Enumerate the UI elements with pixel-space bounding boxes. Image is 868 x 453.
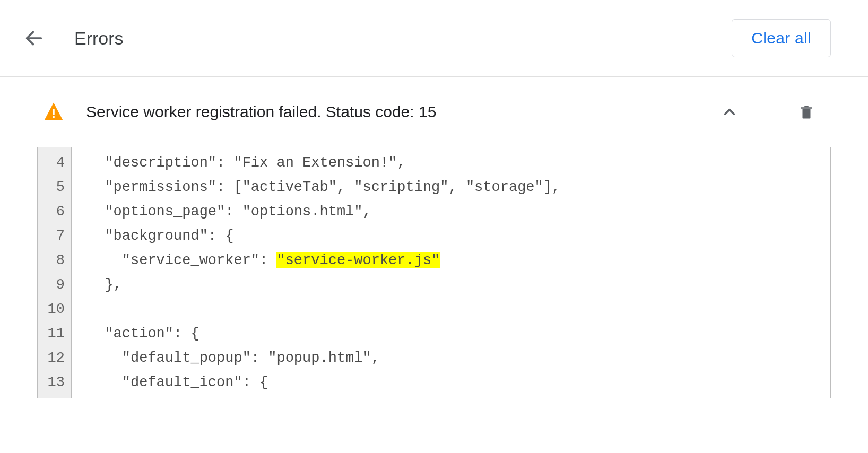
code-segment: "description": "Fix an Extension!", bbox=[88, 155, 406, 171]
content: Service worker registration failed. Stat… bbox=[0, 77, 868, 453]
code-gutter: 45678910111213 bbox=[38, 147, 72, 398]
line-number: 8 bbox=[38, 248, 65, 273]
back-button[interactable] bbox=[21, 25, 47, 51]
code-segment: "service_worker": bbox=[88, 252, 276, 268]
error-header-left: Service worker registration failed. Stat… bbox=[42, 101, 436, 123]
code-segment: "options_page": "options.html", bbox=[88, 204, 371, 220]
line-number: 7 bbox=[38, 224, 65, 248]
chevron-up-icon bbox=[721, 103, 739, 121]
code-segment: "background": { bbox=[88, 228, 233, 244]
code-segment: "action": { bbox=[88, 326, 199, 342]
code-line: "options_page": "options.html", bbox=[88, 199, 820, 224]
line-number: 11 bbox=[38, 321, 65, 346]
line-number: 10 bbox=[38, 297, 65, 321]
header-left: Errors bbox=[21, 25, 124, 51]
arrow-left-icon bbox=[23, 28, 45, 49]
code-segment: "permissions": ["activeTab", "scripting"… bbox=[88, 179, 560, 195]
code-line: "background": { bbox=[88, 224, 820, 248]
line-number: 4 bbox=[38, 151, 65, 175]
code-segment: "default_icon": { bbox=[88, 374, 268, 390]
page-title: Errors bbox=[74, 28, 124, 49]
code-line: "default_icon": { bbox=[88, 370, 820, 395]
code-line: }, bbox=[88, 273, 820, 297]
line-number: 12 bbox=[38, 346, 65, 370]
line-number: 6 bbox=[38, 199, 65, 224]
warning-icon bbox=[42, 101, 65, 123]
action-divider bbox=[768, 93, 768, 131]
line-number: 5 bbox=[38, 175, 65, 199]
line-number: 9 bbox=[38, 273, 65, 297]
code-line bbox=[88, 297, 820, 321]
error-message: Service worker registration failed. Stat… bbox=[86, 103, 436, 121]
code-snippet: 45678910111213 "description": "Fix an Ex… bbox=[37, 147, 831, 398]
code-line: "service_worker": "service-worker.js" bbox=[88, 248, 820, 273]
page-header: Errors Clear all bbox=[0, 0, 868, 76]
code-segment: }, bbox=[88, 277, 122, 293]
error-header-actions bbox=[710, 93, 826, 131]
highlighted-segment: "service-worker.js" bbox=[276, 252, 440, 268]
code-line: "default_popup": "popup.html", bbox=[88, 346, 820, 370]
code-segment: "default_popup": "popup.html", bbox=[88, 350, 380, 366]
trash-icon bbox=[798, 103, 814, 121]
code-line: "description": "Fix an Extension!", bbox=[88, 151, 820, 175]
line-number: 13 bbox=[38, 370, 65, 395]
code-line: "action": { bbox=[88, 321, 820, 346]
svg-rect-2 bbox=[53, 116, 55, 118]
code-body: "description": "Fix an Extension!", "per… bbox=[72, 147, 830, 398]
svg-rect-1 bbox=[53, 109, 55, 115]
error-item-header[interactable]: Service worker registration failed. Stat… bbox=[37, 93, 831, 147]
collapse-button[interactable] bbox=[710, 93, 749, 131]
delete-error-button[interactable] bbox=[787, 93, 826, 131]
code-line: "permissions": ["activeTab", "scripting"… bbox=[88, 175, 820, 199]
clear-all-button[interactable]: Clear all bbox=[732, 19, 831, 57]
